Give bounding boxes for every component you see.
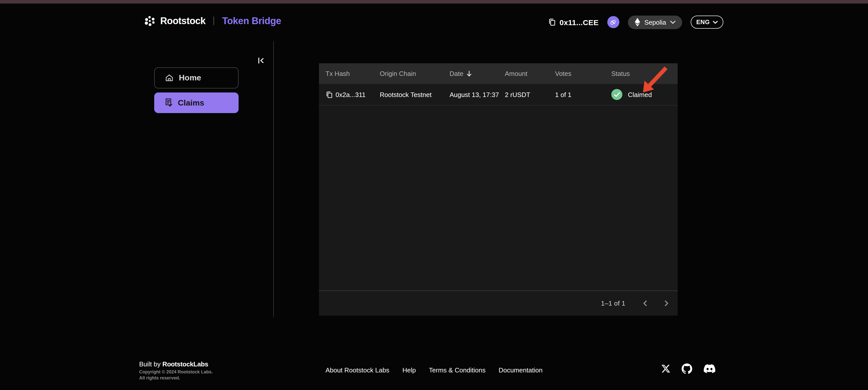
sidebar-divider	[273, 41, 274, 317]
table-row[interactable]: 0x2a...311 Rootstock Testnet August 13, …	[319, 84, 678, 106]
app-logo[interactable]: Rootstock Token Bridge	[144, 15, 281, 27]
date-cell: August 13, 17:37	[450, 91, 505, 98]
header-actions: 0x11...CEE Sepolia	[548, 12, 723, 32]
tx-hash-cell[interactable]: 0x2a...311	[326, 91, 380, 98]
footer-link-about[interactable]: About Rootstock Labs	[326, 366, 389, 374]
pagination-next-button[interactable]	[660, 298, 672, 309]
browser-top-strip	[0, 0, 868, 3]
sort-desc-arrow-icon[interactable]	[466, 70, 472, 77]
pagination-range-label: 1–1 of 1	[601, 300, 625, 307]
chevron-down-icon	[670, 20, 676, 24]
chevron-down-icon	[713, 20, 718, 24]
brand-name: Rootstock	[160, 15, 206, 26]
network-label: Sepolia	[644, 18, 666, 26]
pagination-prev-button[interactable]	[640, 298, 651, 309]
collapse-panel-icon	[256, 56, 265, 65]
column-header-date-label: Date	[450, 70, 463, 78]
table-empty-space	[319, 106, 678, 291]
github-icon[interactable]	[682, 363, 692, 374]
discord-icon[interactable]	[704, 363, 715, 374]
column-header-date[interactable]: Date	[450, 70, 505, 78]
amount-cell: 2 rUSDT	[505, 91, 555, 98]
table-pagination: 1–1 of 1	[319, 291, 678, 316]
token-bridge-app: Rootstock Token Bridge 0x11...CEE	[0, 0, 868, 390]
column-header-amount[interactable]: Amount	[505, 70, 555, 78]
link-slash-icon	[609, 18, 617, 26]
column-header-tx-hash[interactable]: Tx Hash	[326, 70, 380, 78]
footer-social	[661, 363, 715, 374]
origin-chain-cell: Rootstock Testnet	[380, 91, 450, 98]
disconnect-wallet-button[interactable]	[607, 16, 619, 28]
sidebar-item-claims[interactable]: Claims	[154, 92, 239, 113]
copyright-line2: All rights reserved.	[139, 375, 213, 381]
votes-cell: 1 of 1	[555, 91, 611, 98]
rootstock-logo-icon	[144, 15, 156, 27]
table-header-row: Tx Hash Origin Chain Date Amount Votes S…	[319, 63, 678, 84]
column-header-origin-chain[interactable]: Origin Chain	[380, 70, 450, 78]
language-selector[interactable]: ENG	[691, 16, 723, 29]
column-header-status[interactable]: Status	[611, 70, 678, 78]
app-title: Token Bridge	[222, 15, 281, 26]
footer-link-help[interactable]: Help	[402, 366, 416, 374]
network-selector[interactable]: Sepolia	[628, 15, 682, 29]
sidebar-item-label: Home	[179, 73, 201, 83]
logo-divider	[214, 17, 214, 25]
home-icon	[165, 73, 174, 83]
footer-link-documentation[interactable]: Documentation	[499, 366, 542, 374]
claims-doc-check-icon	[164, 98, 173, 108]
wallet-address: 0x11...CEE	[560, 18, 599, 26]
sidebar-item-home[interactable]: Home	[154, 67, 239, 88]
status-claimed-badge	[611, 89, 622, 100]
claims-table: Tx Hash Origin Chain Date Amount Votes S…	[319, 63, 678, 316]
language-label: ENG	[696, 19, 710, 26]
x-twitter-icon[interactable]	[661, 364, 670, 373]
copy-icon[interactable]	[548, 18, 556, 26]
copy-icon[interactable]	[326, 91, 333, 98]
footer-links: About Rootstock Labs Help Terms & Condit…	[0, 366, 868, 374]
column-header-votes[interactable]: Votes	[555, 70, 611, 78]
tx-hash-value: 0x2a...311	[336, 91, 366, 98]
status-label: Claimed	[628, 91, 652, 98]
footer-link-terms[interactable]: Terms & Conditions	[429, 366, 486, 374]
ethereum-icon	[634, 18, 640, 27]
status-cell: Claimed	[611, 89, 678, 100]
check-icon	[614, 92, 620, 97]
wallet-address-button[interactable]: 0x11...CEE	[548, 18, 599, 26]
sidebar-item-label: Claims	[178, 98, 204, 107]
sidebar-collapse-button[interactable]	[256, 55, 266, 65]
